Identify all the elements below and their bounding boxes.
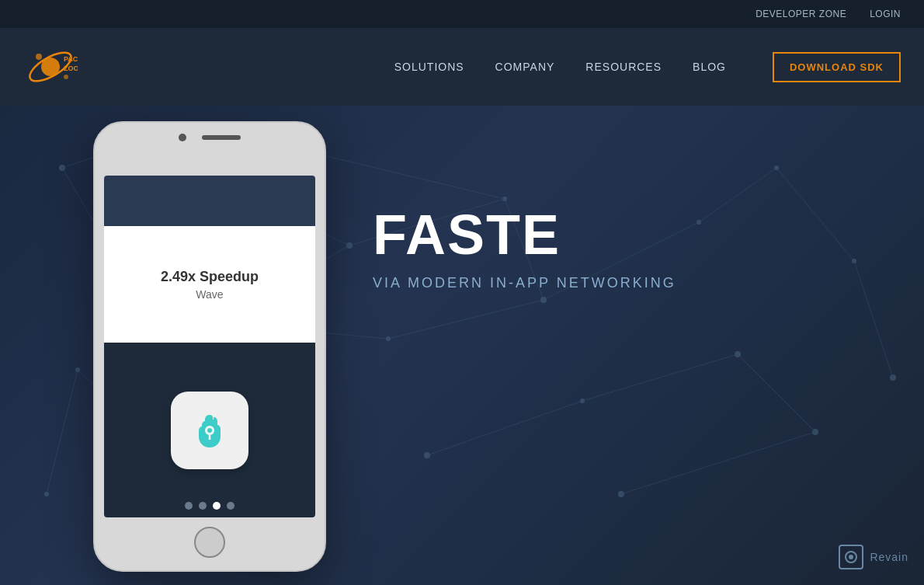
svg-text:ZOOM: ZOOM bbox=[64, 64, 78, 72]
carousel-dot-2[interactable] bbox=[199, 502, 207, 510]
phone-screen-bottom bbox=[104, 343, 315, 517]
revain-icon bbox=[839, 545, 863, 569]
solutions-link[interactable]: SOLUTIONS bbox=[394, 61, 464, 73]
main-nav: PACKET ZOOM SOLUTIONS COMPANY RESOURCES … bbox=[0, 28, 924, 106]
phone-speaker bbox=[202, 135, 241, 140]
app-icon bbox=[171, 392, 248, 469]
hero-text: FASTE VIA MODERN IN-APP NETWORKING bbox=[373, 207, 676, 291]
phone-home-button[interactable] bbox=[194, 527, 225, 558]
revain-watermark: Revain bbox=[839, 545, 908, 569]
wave-label: Wave bbox=[196, 288, 223, 301]
svg-point-2 bbox=[36, 54, 42, 60]
svg-line-45 bbox=[854, 261, 893, 378]
svg-line-36 bbox=[388, 300, 544, 339]
svg-text:PACKET: PACKET bbox=[64, 55, 78, 63]
phone-camera bbox=[179, 134, 186, 141]
hero-section: 2.49x Speedup Wave bbox=[0, 106, 924, 585]
logo-icon: PACKET ZOOM bbox=[23, 40, 78, 94]
svg-line-44 bbox=[776, 168, 854, 261]
blog-link[interactable]: BLOG bbox=[693, 61, 726, 73]
carousel-dots bbox=[185, 502, 234, 510]
company-link[interactable]: COMPANY bbox=[495, 61, 555, 73]
app-icon-svg bbox=[186, 407, 233, 454]
nav-links: SOLUTIONS COMPANY RESOURCES BLOG bbox=[394, 61, 726, 73]
hero-subtitle: VIA MODERN IN-APP NETWORKING bbox=[373, 275, 676, 291]
carousel-dot-3[interactable] bbox=[213, 502, 221, 510]
phone-notch bbox=[179, 134, 241, 141]
logo[interactable]: PACKET ZOOM bbox=[23, 40, 84, 94]
carousel-dot-1[interactable] bbox=[185, 502, 193, 510]
svg-point-3 bbox=[64, 75, 68, 79]
carousel-dot-4[interactable] bbox=[227, 502, 234, 510]
svg-line-42 bbox=[699, 168, 776, 222]
svg-point-52 bbox=[207, 428, 212, 433]
resources-link[interactable]: RESOURCES bbox=[585, 61, 662, 73]
phone-mockup: 2.49x Speedup Wave bbox=[62, 121, 357, 580]
phone-outer: 2.49x Speedup Wave bbox=[93, 121, 326, 572]
login-link[interactable]: LOGIN bbox=[870, 9, 901, 19]
top-bar: DEVELOPER ZONE LOGIN bbox=[0, 0, 924, 28]
svg-line-47 bbox=[621, 432, 815, 494]
svg-point-55 bbox=[849, 555, 853, 559]
phone-screen-header bbox=[104, 176, 315, 226]
download-sdk-button[interactable]: DOWNLOAD SDK bbox=[773, 52, 901, 82]
svg-line-41 bbox=[582, 354, 738, 401]
revain-label: Revain bbox=[870, 551, 908, 563]
revain-logo-icon bbox=[843, 549, 859, 565]
developer-zone-link[interactable]: DEVELOPER ZONE bbox=[756, 9, 846, 19]
phone-screen-content: 2.49x Speedup Wave bbox=[104, 226, 315, 343]
phone-screen: 2.49x Speedup Wave bbox=[104, 176, 315, 517]
speedup-value: 2.49x Speedup bbox=[161, 269, 259, 285]
svg-line-43 bbox=[738, 354, 815, 432]
svg-line-46 bbox=[427, 401, 582, 455]
hero-title: FASTE bbox=[373, 207, 676, 263]
